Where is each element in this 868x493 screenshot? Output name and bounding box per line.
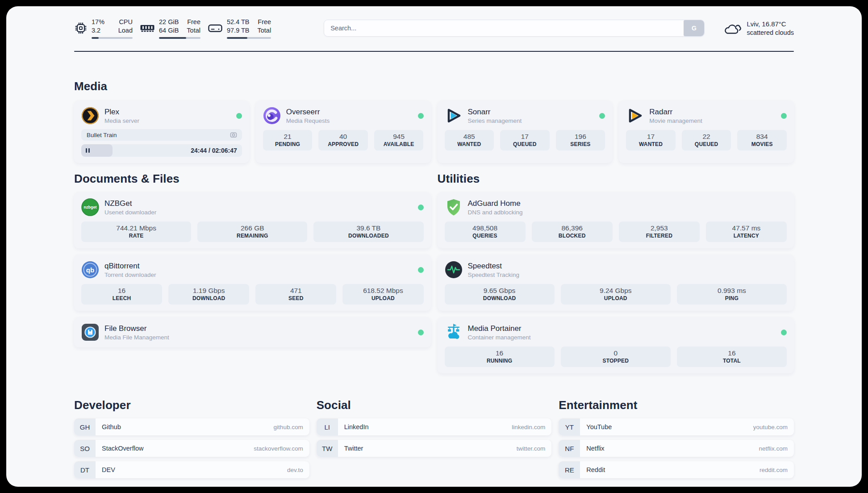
bookmark-youtube[interactable]: YT YouTube youtube.com <box>559 418 794 435</box>
filebrowser-icon <box>81 323 99 341</box>
playback-progress-bar[interactable]: 24:44 / 02:06:47 <box>81 144 242 157</box>
bookmark-label: Twitter <box>344 445 363 452</box>
bookmark-label: LinkedIn <box>344 423 369 430</box>
stat-series: 196 SERIES <box>556 130 605 150</box>
bookmark-label: Github <box>102 423 121 430</box>
app-name: File Browser <box>104 324 169 333</box>
bookmark-group-developer: Developer GH Github github.com SO StackO… <box>74 398 309 478</box>
app-subtitle: Media File Management <box>104 334 169 341</box>
bookmark-domain: twitter.com <box>517 445 546 452</box>
pause-icon <box>86 148 90 153</box>
documents-column: Documents & Files nzbget NZBGet <box>74 172 431 347</box>
disk-free-value: 52.4 TB <box>227 18 250 26</box>
bookmark-group-entertainment: Entertainment YT YouTube youtube.com NF … <box>559 398 794 478</box>
cloud-icon <box>723 21 741 35</box>
app-subtitle: Container management <box>468 334 531 341</box>
stat-latency: 47.57 ms LATENCY <box>706 221 787 242</box>
memory-icon <box>140 23 155 33</box>
app-subtitle: Media Requests <box>286 117 330 125</box>
radarr-icon <box>626 107 644 125</box>
stat-blocked: 86,396 BLOCKED <box>532 221 613 242</box>
disk-total-label: Total <box>258 26 271 35</box>
memory-total-label: Total <box>187 26 200 35</box>
app-card-filebrowser[interactable]: File Browser Media File Management <box>74 317 431 347</box>
app-name: Radarr <box>649 107 702 117</box>
app-card-adguard[interactable]: AdGuard Home DNS and adblocking 498,508 … <box>438 192 794 248</box>
bookmark-twitter[interactable]: TW Twitter twitter.com <box>317 440 552 457</box>
bookmark-domain: reddit.com <box>760 467 788 473</box>
stat-total: 16 TOTAL <box>677 347 787 367</box>
stat-approved: 40 APPROVED <box>318 130 368 150</box>
utilities-column: Utilities <box>438 172 794 373</box>
bookmark-abbr: RE <box>559 461 580 478</box>
stat-leech: 16 LEECH <box>81 284 162 305</box>
stat-remaining: 266 GB REMAINING <box>197 221 307 242</box>
stat-ping: 0.993 ms PING <box>677 284 787 305</box>
bookmark-label: Reddit <box>586 466 605 473</box>
stat-stopped: 0 STOPPED <box>561 347 671 367</box>
status-dot <box>418 113 424 119</box>
disk-stat: 52.4 TB 97.9 TB Free Total <box>208 18 271 39</box>
bookmark-abbr: YT <box>559 418 580 435</box>
stat-available: 945 AVAILABLE <box>374 130 424 150</box>
cpu-stat: 17% 3.2 CPU Load <box>74 18 133 39</box>
app-subtitle: Media server <box>104 117 139 125</box>
bookmark-domain: youtube.com <box>753 424 788 430</box>
bookmark-linkedin[interactable]: LI LinkedIn linkedin.com <box>317 418 552 435</box>
cpu-label: CPU <box>115 18 133 26</box>
stat-queued: 22 QUEUED <box>682 130 731 150</box>
bookmark-reddit[interactable]: RE Reddit reddit.com <box>559 461 794 478</box>
top-bar: 17% 3.2 CPU Load <box>74 18 794 38</box>
cpu-load-label: Load <box>115 26 133 35</box>
app-card-nzbget[interactable]: nzbget NZBGet Usenet downloader 744.21 M… <box>74 192 431 248</box>
section-title-documents: Documents & Files <box>74 172 431 186</box>
qbittorrent-icon: qb <box>81 261 99 279</box>
stat-seed: 471 SEED <box>255 284 336 305</box>
app-card-sonarr[interactable]: Sonarr Series management 485 WANTED 17 Q… <box>438 100 613 163</box>
app-name: Speedtest <box>468 261 520 271</box>
bookmark-abbr: DT <box>74 461 96 478</box>
portainer-icon <box>445 323 463 341</box>
section-title-entertainment: Entertainment <box>559 398 794 412</box>
stat-wanted: 17 WANTED <box>626 130 676 150</box>
cpu-icon <box>74 21 88 35</box>
header-divider <box>74 51 794 52</box>
stat-upload: 9.24 Gbps UPLOAD <box>561 284 671 305</box>
speedtest-icon <box>445 261 463 279</box>
app-card-qbittorrent[interactable]: qb qBittorrent Torrent downloader 16 LEE… <box>74 255 431 311</box>
bookmark-group-social: Social LI LinkedIn linkedin.com TW Twitt… <box>317 398 552 457</box>
bookmark-abbr: LI <box>317 418 338 435</box>
app-subtitle: Series management <box>468 117 522 125</box>
app-card-overseerr[interactable]: Overseerr Media Requests 21 PENDING 40 A… <box>256 100 431 163</box>
search-engine-button[interactable]: G <box>684 20 704 36</box>
now-playing-bar: Bullet Train <box>81 129 242 141</box>
adguard-icon <box>445 198 463 216</box>
app-name: Sonarr <box>468 107 522 117</box>
status-dot <box>781 330 787 335</box>
stat-wanted: 485 WANTED <box>445 130 494 150</box>
disk-total-value: 97.9 TB <box>227 26 250 35</box>
search-input[interactable] <box>324 20 705 37</box>
bookmark-github[interactable]: GH Github github.com <box>74 418 309 435</box>
bookmark-abbr: TW <box>317 440 338 457</box>
bookmark-abbr: SO <box>74 440 96 457</box>
playback-time: 24:44 / 02:06:47 <box>191 144 237 157</box>
plex-icon <box>81 107 99 125</box>
app-card-portainer[interactable]: Media Portainer Container management 16 … <box>438 317 794 373</box>
app-card-speedtest[interactable]: Speedtest Speedtest Tracking 9.65 Gbps D… <box>438 255 794 311</box>
bookmark-domain: dev.to <box>287 467 303 473</box>
status-dot <box>418 330 424 335</box>
status-dot <box>418 205 424 210</box>
bookmark-label: YouTube <box>586 423 612 430</box>
stat-filtered: 2,953 FILTERED <box>619 221 700 242</box>
cpu-value: 17% <box>92 18 107 26</box>
stat-download: 1.19 Gbps DOWNLOAD <box>168 284 249 305</box>
section-title-utilities: Utilities <box>438 172 794 186</box>
app-card-plex[interactable]: Plex Media server Bullet Train <box>74 100 249 163</box>
bookmark-netflix[interactable]: NF Netflix netflix.com <box>559 440 794 457</box>
app-card-radarr[interactable]: Radarr Movie management 17 WANTED 22 QUE… <box>619 100 794 163</box>
bookmark-stackoverflow[interactable]: SO StackOverflow stackoverflow.com <box>74 440 309 457</box>
bookmark-dev[interactable]: DT DEV dev.to <box>74 461 309 478</box>
bookmark-domain: netflix.com <box>759 445 788 452</box>
memory-free-value: 22 GiB <box>159 18 179 26</box>
